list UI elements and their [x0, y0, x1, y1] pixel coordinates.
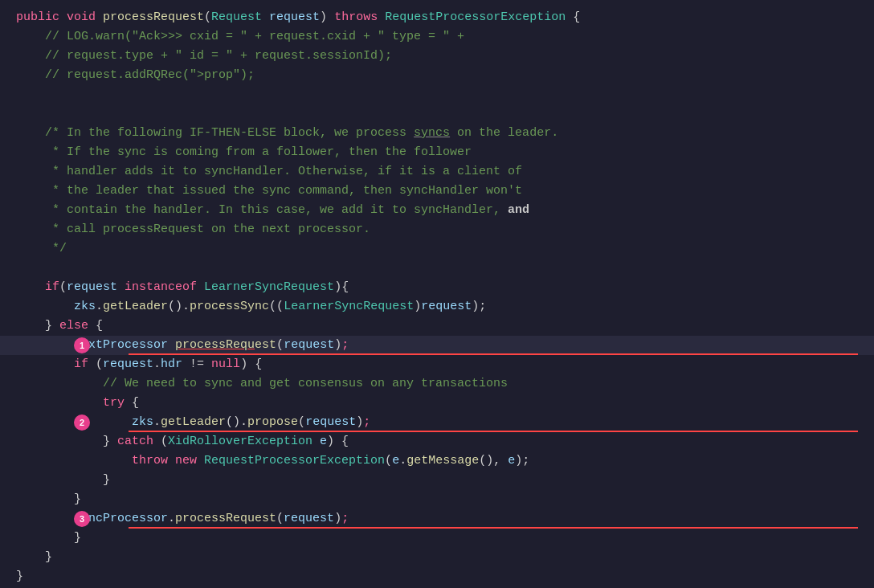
paren-22: (: [298, 413, 305, 432]
code-line-19: if (request.hdr != null) {: [0, 355, 874, 374]
comment-10: * the leader that issued the sync comman…: [16, 182, 522, 201]
spaces-21: [16, 394, 103, 413]
underline-arrow-3: [129, 527, 858, 529]
brace-19: ) {: [240, 355, 262, 374]
var-request-16: request: [421, 297, 472, 316]
code-line-2: // LOG.warn("Ack>>> cxid = " + request.c…: [0, 27, 874, 47]
dot-19: .: [153, 355, 161, 374]
code-line-1: public void processRequest(Request reque…: [0, 8, 874, 27]
class-XidRollover: XidRolloverException: [168, 432, 320, 451]
keyword-try: try: [103, 394, 125, 413]
parens-24: (),: [479, 451, 508, 471]
close-18: ): [334, 336, 341, 355]
close-cast-16: ): [414, 297, 421, 316]
keyword-if-19: if: [74, 355, 96, 374]
close-27: ): [334, 509, 341, 529]
param-request-18: request: [284, 336, 334, 355]
code-line-26: }: [0, 490, 874, 509]
paren-24: (: [385, 451, 392, 471]
var-zks-22: zks: [132, 413, 153, 432]
code-line-6: [0, 104, 874, 124]
badge-1: 1: [74, 337, 90, 353]
method-getMessage: getMessage: [406, 451, 479, 471]
spaces-25: }: [16, 471, 110, 490]
spaces-15: [16, 278, 45, 297]
semi-18: ;: [341, 336, 349, 355]
code-line-22: 2 zks.getLeader().propose(request);: [0, 413, 874, 432]
var-hdr: hdr: [161, 355, 182, 374]
var-e2-24: e: [508, 451, 515, 471]
comment-9: * handler adds it to syncHandler. Otherw…: [16, 162, 522, 182]
code-line-29: }: [0, 548, 874, 567]
var-zks-16: zks: [74, 297, 96, 316]
keyword-new: new: [175, 451, 204, 471]
spaces-17: }: [16, 316, 59, 336]
code-line-20: // We need to sync and get consensus on …: [0, 374, 874, 394]
method-getLeader-22: getLeader: [161, 413, 226, 432]
spaces-26: }: [16, 490, 81, 509]
keyword-throws: throws: [334, 8, 385, 27]
keyword-void: void: [67, 8, 103, 27]
keyword-public: public: [16, 8, 67, 27]
keyword-instanceof: instanceof: [125, 278, 204, 297]
code-line-4: // request.addRQRec(">prop");: [0, 66, 874, 85]
dot-22: .: [153, 413, 161, 432]
semi-16: );: [472, 297, 486, 316]
underline-arrow-2: [129, 431, 858, 432]
keyword-else: else: [59, 316, 88, 336]
badge-3: 3: [74, 511, 90, 527]
spaces-27: [16, 509, 74, 529]
code-editor: public void processRequest(Request reque…: [0, 0, 874, 588]
code-line-13: */: [0, 239, 874, 259]
paren-18: (: [276, 336, 284, 355]
comment-11: * contain the handler. In this case, we …: [16, 201, 508, 220]
class-rpe: RequestProcessorException: [204, 451, 385, 471]
code-line-21: try {: [0, 394, 874, 413]
code-line-17: } else {: [0, 316, 874, 336]
code-line-16: zks.getLeader().processSync((LearnerSync…: [0, 297, 874, 316]
code-line-7: /* In the following IF-THEN-ELSE block, …: [0, 124, 874, 143]
var-request-19: request: [103, 355, 153, 374]
param-request: request: [269, 8, 320, 27]
spaces-16: [16, 297, 74, 316]
close-22: ): [356, 413, 363, 432]
spaces-28: }: [16, 529, 81, 548]
code-line-3: // request.type + " id = " + request.ses…: [0, 47, 874, 66]
code-line-5: [0, 85, 874, 104]
comment-and: and: [508, 201, 529, 220]
paren-27: (: [276, 509, 284, 529]
paren-23: (: [161, 432, 168, 451]
paren-open: (: [204, 8, 211, 27]
var-e-23: e: [320, 432, 327, 451]
code-line-15: if(request instanceof LearnerSyncRequest…: [0, 278, 874, 297]
spaces-29: }: [16, 548, 52, 567]
keyword-throw: throw: [132, 451, 175, 471]
spaces-19: [16, 355, 74, 374]
paren-open-22: ().: [226, 413, 247, 432]
keyword-catch: catch: [117, 432, 161, 451]
param-request-27: request: [284, 509, 334, 529]
keyword-null: null: [211, 355, 240, 374]
class-Request: Request: [211, 8, 269, 27]
comment-12: * call processRequest on the next proces…: [16, 220, 370, 239]
paren-16: ().: [168, 297, 190, 316]
brace-close-30: }: [16, 567, 23, 586]
semi-22: ;: [363, 413, 370, 432]
dot-24: .: [399, 451, 406, 471]
dot-16: .: [96, 297, 103, 316]
comment-8: * If the sync is coming from a follower,…: [16, 143, 472, 162]
paren-close: ): [320, 8, 334, 27]
class-learner: LearnerSyncRequest: [204, 278, 334, 297]
method-processRequest: processRequest: [103, 8, 204, 27]
brace-open: {: [566, 8, 580, 27]
param-request-22: request: [305, 413, 356, 432]
code-line-12: * call processRequest on the next proces…: [0, 220, 874, 239]
comment-4: // request.addRQRec(">prop");: [16, 66, 255, 85]
code-line-27: 3 syncProcessor.processRequest(request);: [0, 509, 874, 529]
comment-7: /* In the following IF-THEN-ELSE block, …: [16, 124, 414, 143]
underline-arrow-1: [129, 353, 858, 355]
method-processRequest-18b: est: [255, 336, 276, 355]
comment-13: */: [16, 239, 67, 259]
method-propose: propose: [247, 413, 298, 432]
keyword-if: if: [45, 278, 59, 297]
